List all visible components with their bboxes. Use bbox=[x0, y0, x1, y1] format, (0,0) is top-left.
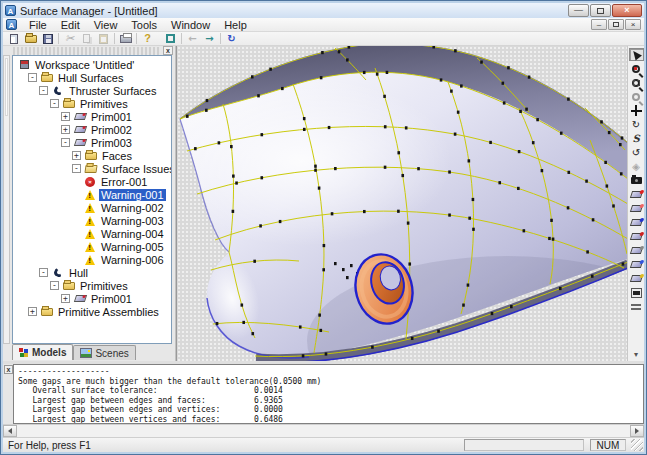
menu-tools[interactable]: Tools bbox=[124, 18, 164, 32]
new-button[interactable] bbox=[5, 32, 22, 45]
print-button[interactable] bbox=[117, 32, 134, 45]
tree-item-error-001[interactable]: ×Error-001 bbox=[14, 175, 171, 188]
mdi-minimize-button[interactable]: – bbox=[591, 19, 607, 30]
pane-close-button[interactable]: x bbox=[163, 46, 173, 55]
tree-item-label: Error-001 bbox=[99, 176, 149, 188]
tree-expander-minus[interactable]: - bbox=[28, 73, 37, 82]
pane-gripper[interactable] bbox=[13, 47, 161, 55]
menu-edit[interactable]: Edit bbox=[54, 18, 87, 32]
tree-expander-minus[interactable]: - bbox=[61, 138, 70, 147]
forward-button[interactable]: → bbox=[201, 32, 218, 45]
camera-tool[interactable] bbox=[629, 174, 644, 187]
tree-item-warning-001[interactable]: Warning-001 bbox=[14, 188, 171, 201]
menu-window[interactable]: Window bbox=[164, 18, 217, 32]
tree-item-prim003[interactable]: -Prim003 bbox=[14, 136, 171, 149]
left-arrow-icon bbox=[8, 428, 12, 434]
folder-icon bbox=[62, 98, 76, 110]
tree-expander-minus[interactable]: - bbox=[72, 164, 81, 173]
scroll-right-arrow[interactable] bbox=[630, 425, 644, 437]
surface-tool-6[interactable] bbox=[629, 258, 644, 271]
tree-item-prim001[interactable]: +Prim001 bbox=[14, 110, 171, 123]
open-button[interactable] bbox=[22, 32, 39, 45]
tree-expander-plus[interactable]: + bbox=[61, 112, 70, 121]
tree-item-prim001[interactable]: +Prim001 bbox=[14, 292, 171, 305]
viewport-3d[interactable] bbox=[176, 46, 627, 361]
mdi-close-button[interactable]: × bbox=[625, 19, 641, 30]
back-button[interactable]: ← bbox=[184, 32, 201, 45]
menu-help[interactable]: Help bbox=[217, 18, 254, 32]
tree-item-warning-002[interactable]: Warning-002 bbox=[14, 201, 171, 214]
select-tool[interactable] bbox=[629, 48, 644, 61]
tree-item-hull-surfaces[interactable]: -Hull Surfaces bbox=[14, 71, 171, 84]
surface-tool-3[interactable] bbox=[629, 216, 644, 229]
pane-side-gripper[interactable] bbox=[3, 55, 10, 344]
surface-tool-2[interactable] bbox=[629, 202, 644, 215]
tree-expander-minus[interactable]: - bbox=[39, 86, 48, 95]
paste-button[interactable] bbox=[95, 32, 112, 45]
zoom-dynamic-tool-icon bbox=[632, 65, 640, 73]
output-hscrollbar[interactable] bbox=[3, 424, 644, 437]
surface-tool-4[interactable] bbox=[629, 230, 644, 243]
tree-expander-minus[interactable]: - bbox=[50, 99, 59, 108]
tree-item-surface-issues[interactable]: -Surface Issues bbox=[14, 162, 171, 175]
tree-item-warning-004[interactable]: Warning-004 bbox=[14, 227, 171, 240]
menu-view[interactable]: View bbox=[87, 18, 125, 32]
tree-item-faces[interactable]: +Faces bbox=[14, 149, 171, 162]
tab-models[interactable]: Models bbox=[12, 344, 73, 360]
snapshot-tool[interactable] bbox=[629, 286, 644, 299]
view-tool[interactable]: ◈ bbox=[629, 160, 644, 173]
tree-expander-minus[interactable]: - bbox=[50, 281, 59, 290]
surface-tool-7[interactable] bbox=[629, 272, 644, 285]
sync-button[interactable]: ↻ bbox=[223, 32, 240, 45]
toolbar-separator bbox=[220, 33, 221, 44]
menu-file[interactable]: File bbox=[22, 18, 54, 32]
surface-tool-1[interactable] bbox=[629, 188, 644, 201]
tree-item-warning-003[interactable]: Warning-003 bbox=[14, 214, 171, 227]
spin-tool[interactable]: S bbox=[629, 132, 644, 145]
tree-item-warning-005[interactable]: Warning-005 bbox=[14, 240, 171, 253]
toolbar-overflow-chevron[interactable]: ▾ bbox=[634, 351, 638, 359]
tree-expander-plus[interactable]: + bbox=[72, 151, 81, 160]
maximize-button[interactable] bbox=[590, 4, 611, 17]
orbit-tool[interactable]: ↺ bbox=[629, 146, 644, 159]
tab-scenes[interactable]: Scenes bbox=[73, 345, 135, 360]
tree-item-thruster-surfaces[interactable]: -Thruster Surfaces bbox=[14, 84, 171, 97]
copy-button[interactable] bbox=[78, 32, 95, 45]
tree-item-hull[interactable]: -Hull bbox=[14, 266, 171, 279]
rotate-tool[interactable]: ↻ bbox=[629, 118, 644, 131]
print-icon bbox=[120, 35, 132, 43]
frame-select-button[interactable] bbox=[162, 32, 179, 45]
back-icon: ← bbox=[188, 34, 196, 44]
mdi-restore-button[interactable] bbox=[608, 19, 624, 30]
title-bar[interactable]: A Surface Manager - [Untitled] — × bbox=[3, 3, 644, 18]
help-button[interactable]: ? bbox=[139, 32, 156, 45]
surface-tool-5-icon bbox=[629, 247, 642, 254]
resize-grip[interactable] bbox=[631, 439, 643, 451]
tree-expander-minus[interactable]: - bbox=[39, 268, 48, 277]
scroll-left-arrow[interactable] bbox=[3, 425, 17, 437]
zoom-dynamic-tool[interactable] bbox=[629, 62, 644, 75]
edge-display-tool[interactable] bbox=[629, 300, 644, 313]
prim-icon bbox=[73, 293, 87, 305]
save-button[interactable] bbox=[39, 32, 56, 45]
tree-item-primitive-assemblies[interactable]: +Primitive Assemblies bbox=[14, 305, 171, 318]
tree-expander-plus[interactable]: + bbox=[61, 294, 70, 303]
error-icon: × bbox=[83, 176, 97, 188]
tree-item-primitives[interactable]: -Primitives bbox=[14, 279, 171, 292]
tree-item-prim002[interactable]: +Prim002 bbox=[14, 123, 171, 136]
cut-button[interactable]: ✂ bbox=[61, 32, 78, 45]
tree-item-label: Prim001 bbox=[89, 293, 134, 305]
output-close-button[interactable]: x bbox=[4, 365, 13, 374]
warning-icon bbox=[83, 254, 97, 266]
tree-item-primitives[interactable]: -Primitives bbox=[14, 97, 171, 110]
maximize-icon bbox=[597, 8, 604, 14]
close-button[interactable]: × bbox=[612, 4, 642, 17]
tree-item-workspace-untitled[interactable]: Workspace 'Untitled' bbox=[14, 58, 171, 71]
tree-item-warning-006[interactable]: Warning-006 bbox=[14, 253, 171, 266]
surface-tool-5[interactable] bbox=[629, 244, 644, 257]
tab-models-label: Models bbox=[32, 347, 66, 358]
tree-expander-plus[interactable]: + bbox=[28, 307, 37, 316]
tree-expander-plus[interactable]: + bbox=[61, 125, 70, 134]
camera-tool-icon bbox=[631, 177, 642, 184]
minimize-button[interactable]: — bbox=[568, 4, 589, 17]
